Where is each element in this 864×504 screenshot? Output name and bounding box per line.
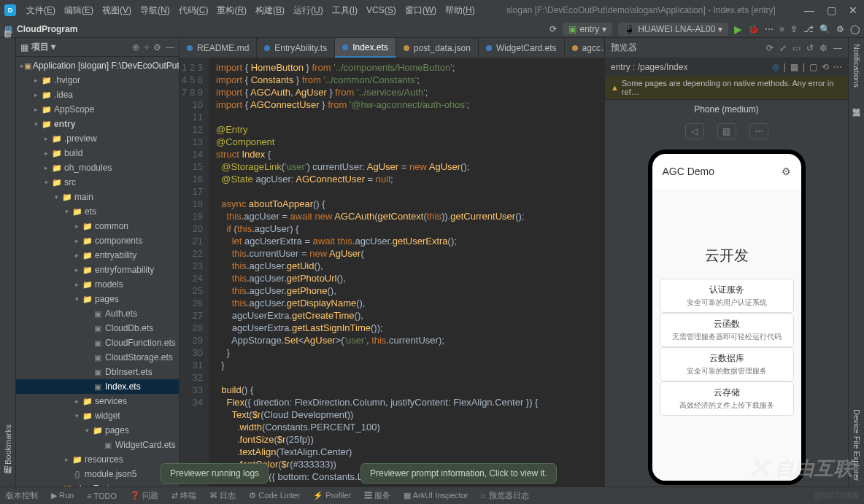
tree-node[interactable]: ▾📁ets bbox=[16, 204, 179, 219]
tree-node[interactable]: ▸📁oh_modules bbox=[16, 160, 179, 175]
tree-node[interactable]: ▣CloudDb.ets bbox=[16, 321, 179, 336]
refresh-icon[interactable]: ⟳ bbox=[766, 43, 774, 53]
prev-hide-icon[interactable]: — bbox=[833, 43, 842, 53]
status-item[interactable]: ⌕ 预览器日志 bbox=[481, 490, 528, 501]
nav-back-icon[interactable]: ◁ bbox=[685, 123, 704, 139]
toast-previewer-logs[interactable]: Previewer running logs bbox=[161, 463, 269, 484]
tree-node[interactable]: ▸📁entryformability bbox=[16, 263, 179, 277]
tree-node[interactable]: ▸📁entryability bbox=[16, 248, 179, 263]
feature-card[interactable]: 云数据库安全可靠的数据管理服务 bbox=[660, 347, 794, 381]
tree-node[interactable]: ▾📁entry bbox=[16, 117, 179, 131]
tree-node[interactable]: ▣CloudFunction.ets bbox=[16, 336, 179, 350]
device-selector[interactable]: 📱HUAWEI LNA-AL00 ▾ bbox=[618, 23, 728, 36]
menu-item[interactable]: 重构(R) bbox=[212, 4, 251, 17]
menu-item[interactable]: 编辑(E) bbox=[60, 4, 98, 17]
window-close-button[interactable]: ✕ bbox=[846, 4, 860, 16]
editor-tab[interactable]: EntryAbility.ts bbox=[257, 38, 335, 58]
status-item[interactable]: 版本控制 bbox=[6, 490, 38, 501]
tree-node[interactable]: ▾📁main bbox=[16, 190, 179, 204]
notifications-tab[interactable]: Notifications bbox=[852, 44, 861, 88]
tree-node[interactable]: ▸📁resources bbox=[16, 452, 179, 467]
nav-more-icon[interactable]: ⋯ bbox=[749, 123, 768, 139]
run-config-selector[interactable]: ▣entry▾ bbox=[563, 23, 612, 36]
feature-card[interactable]: 云存储高效经济的文件上传下载服务 bbox=[660, 381, 794, 416]
search-icon[interactable]: 🔍 bbox=[819, 24, 830, 34]
menu-item[interactable]: 窗口(W) bbox=[401, 4, 441, 17]
sync-icon[interactable]: ⟳ bbox=[549, 24, 557, 34]
tree-node[interactable]: ▣DbInsert.ets bbox=[16, 365, 179, 379]
status-item[interactable]: ⚙ Code Linter bbox=[249, 491, 300, 500]
tree-node[interactable]: ▸📁AppScope bbox=[16, 102, 179, 117]
nav-multiwin-icon[interactable]: ▥ bbox=[717, 123, 736, 139]
status-item[interactable]: ⌘ 日志 bbox=[209, 490, 236, 501]
menu-item[interactable]: 文件(E) bbox=[22, 4, 60, 17]
project-header-label[interactable]: 项目 ▾ bbox=[31, 41, 55, 53]
hide-icon[interactable]: — bbox=[166, 42, 174, 53]
run-button[interactable]: ▶ bbox=[734, 23, 742, 35]
tree-node[interactable]: ▸📁ohosTest bbox=[16, 481, 179, 486]
orient-icon[interactable]: ↺ bbox=[806, 43, 814, 53]
editor-tab[interactable]: post_data.json bbox=[396, 38, 479, 58]
gear-icon[interactable]: ⚙ bbox=[153, 42, 161, 53]
feature-card[interactable]: 云函数无需管理服务器即可轻松运行代码 bbox=[660, 313, 794, 347]
fit-icon[interactable]: ▢ bbox=[809, 62, 817, 72]
tree-node[interactable]: ▸📁.hvigor bbox=[16, 73, 179, 88]
status-item[interactable]: ⇄ 终端 bbox=[171, 490, 196, 501]
more-icon[interactable]: ⋯ bbox=[833, 62, 842, 72]
editor-tab[interactable]: WidgetCard.ets bbox=[479, 38, 565, 58]
stop-button[interactable]: ■ bbox=[779, 24, 784, 34]
tree-node[interactable]: ▾📁widget bbox=[16, 408, 179, 423]
tree-node[interactable]: ▣CloudStorage.ets bbox=[16, 350, 179, 365]
app-settings-icon[interactable]: ⚙ bbox=[782, 166, 791, 177]
grid-icon[interactable]: ▦ bbox=[790, 62, 798, 72]
tree-node[interactable]: ▸📁.idea bbox=[16, 88, 179, 102]
status-item[interactable]: ▦ ArkUI Inspector bbox=[404, 491, 468, 500]
more-run-icon[interactable]: ⋯ bbox=[765, 24, 774, 34]
window-maximize-button[interactable]: ▢ bbox=[825, 4, 838, 16]
status-item[interactable]: ☰ 服务 bbox=[364, 490, 390, 501]
editor-tab[interactable]: README.md bbox=[180, 38, 257, 58]
status-item[interactable]: ≡ TODO bbox=[87, 492, 117, 500]
debug-button[interactable]: 🐞 bbox=[748, 24, 759, 34]
app-screen[interactable]: AGC Demo ⚙ 云开发 认证服务安全可靠的用户认证系统 云函数无需管理服务… bbox=[652, 154, 801, 481]
tree-node[interactable]: ▣Auth.ets bbox=[16, 306, 179, 321]
locate-icon[interactable]: ⊕ bbox=[132, 42, 139, 53]
tree-node[interactable]: ▾📁src bbox=[16, 175, 179, 190]
collapse-icon[interactable]: ÷ bbox=[144, 42, 149, 53]
deploy-icon[interactable]: ⇪ bbox=[790, 24, 798, 34]
menu-item[interactable]: 构建(B) bbox=[251, 4, 289, 17]
ruler-icon[interactable]: ▭ bbox=[792, 43, 801, 53]
project-tree[interactable]: ▸▣Application [slogan] F:\DevEcoOutPut\d… bbox=[16, 57, 179, 486]
menu-item[interactable]: 运行(U) bbox=[289, 4, 328, 17]
code-lines[interactable]: import { HomeButton } from '../component… bbox=[209, 58, 604, 486]
tree-node[interactable]: {}module.json5 bbox=[16, 467, 179, 481]
menu-item[interactable]: 导航(N) bbox=[136, 4, 174, 17]
tree-node[interactable]: ▸📁components bbox=[16, 233, 179, 248]
tree-node[interactable]: ▾📁pages bbox=[16, 423, 179, 438]
bookmarks-tool-tab[interactable]: Bookmarks bbox=[4, 424, 12, 465]
settings-icon[interactable]: ⚙ bbox=[836, 24, 844, 34]
editor-tab[interactable]: agcc… bbox=[565, 38, 604, 58]
tree-node[interactable]: ▣WidgetCard.ets bbox=[16, 438, 179, 452]
status-item[interactable]: ❓ 问题 bbox=[130, 490, 158, 501]
locate2-icon[interactable]: ◎ bbox=[772, 62, 779, 72]
vcs-icon[interactable]: ⎇ bbox=[803, 24, 814, 34]
tree-node[interactable]: ▸📁.preview bbox=[16, 131, 179, 146]
menu-item[interactable]: 帮助(H) bbox=[441, 4, 479, 17]
tree-node[interactable]: ▣Index.ets bbox=[16, 379, 179, 394]
status-item[interactable]: ⚡ Profiler bbox=[313, 491, 351, 500]
tree-node[interactable]: ▸📁models bbox=[16, 277, 179, 292]
tree-node[interactable]: ▸📁build bbox=[16, 146, 179, 160]
menu-item[interactable]: 视图(V) bbox=[98, 4, 136, 17]
prev-gear-icon[interactable]: ⚙ bbox=[819, 43, 828, 53]
tree-node[interactable]: ▸📁services bbox=[16, 394, 179, 408]
tree-node[interactable]: ▸▣Application [slogan] F:\DevEcoOutPut\d… bbox=[16, 58, 179, 73]
window-minimize-button[interactable]: — bbox=[803, 4, 816, 16]
rotate-icon[interactable]: ⟲ bbox=[822, 62, 829, 72]
tree-node[interactable]: ▾📁pages bbox=[16, 292, 179, 306]
menu-item[interactable]: 代码(C) bbox=[174, 4, 213, 17]
menu-item[interactable]: 工具(I) bbox=[328, 4, 362, 17]
tree-node[interactable]: ▸📁common bbox=[16, 219, 179, 233]
avatar-icon[interactable]: ◯ bbox=[850, 24, 860, 34]
editor-tab[interactable]: Index.ets bbox=[335, 38, 396, 58]
